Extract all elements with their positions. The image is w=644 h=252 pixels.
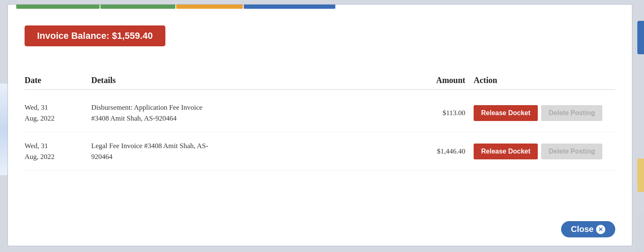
header-date: Date <box>25 76 91 85</box>
tab-segment <box>100 5 175 9</box>
side-decoration-right-mid <box>637 159 644 192</box>
row-action-2: Release Docket Delete Posting <box>474 144 615 159</box>
row-date-1: Wed, 31Aug, 2022 <box>25 102 91 123</box>
header-action: Action <box>474 76 615 85</box>
row-amount-1: $113.00 <box>415 109 474 117</box>
release-docket-button-2[interactable]: Release Docket <box>474 144 538 159</box>
tab-segment <box>244 5 335 9</box>
table-row: Wed, 31Aug, 2022 Legal Fee Invoice #3408… <box>25 132 615 171</box>
delete-posting-button-2: Delete Posting <box>541 144 602 159</box>
tab-segment <box>176 5 243 9</box>
tab-bar <box>16 5 599 9</box>
invoice-balance-badge: Invoice Balance: $1,559.40 <box>25 25 165 46</box>
tab-segment <box>16 5 100 9</box>
close-label: Close <box>571 224 594 234</box>
delete-posting-button-1: Delete Posting <box>541 105 602 121</box>
row-action-1: Release Docket Delete Posting <box>474 105 615 121</box>
row-date-2: Wed, 31Aug, 2022 <box>25 141 91 162</box>
header-amount: Amount <box>415 76 474 85</box>
side-decoration-right-top <box>637 21 644 54</box>
table-header: Date Details Amount Action <box>25 71 615 90</box>
row-details-2: Legal Fee Invoice #3408 Amit Shah, AS-92… <box>91 141 415 162</box>
close-icon: ✕ <box>596 225 605 234</box>
table-row: Wed, 31Aug, 2022 Disbursement: Applicati… <box>25 94 615 132</box>
header-details: Details <box>91 76 415 85</box>
close-button[interactable]: Close ✕ <box>561 221 615 237</box>
row-details-1: Disbursement: Application Fee Invoice#34… <box>91 102 415 123</box>
modal-container: Invoice Balance: $1,559.40 Date Details … <box>7 4 632 246</box>
release-docket-button-1[interactable]: Release Docket <box>474 105 538 121</box>
row-amount-2: $1,446.40 <box>415 147 474 156</box>
side-decoration-left <box>0 83 7 175</box>
